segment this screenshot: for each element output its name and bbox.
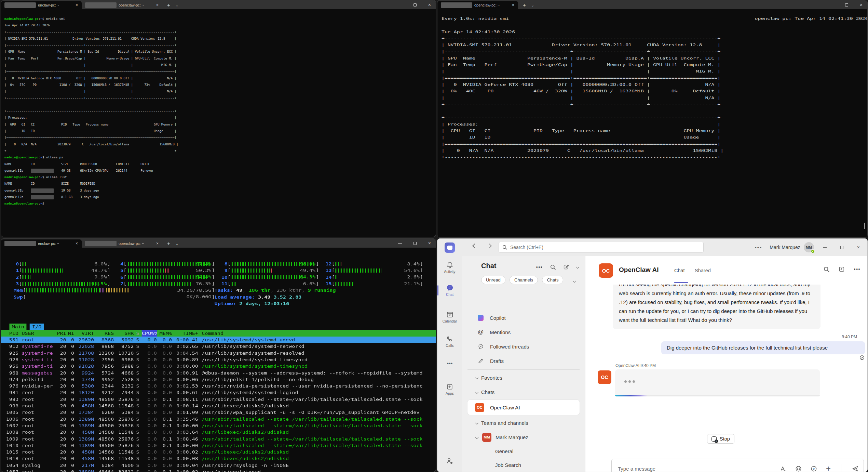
- nav-item-followed-threads[interactable]: Followed threads: [462, 339, 585, 354]
- terminal-tabbar: enclaw-pc: ~ × openclaw-pc: ~ × + ⌄ ×: [1, 0, 436, 9]
- rail-item-activity[interactable]: Activity: [437, 261, 462, 274]
- format-icon[interactable]: [780, 466, 786, 472]
- send-icon[interactable]: [852, 465, 859, 472]
- minimize-icon[interactable]: [398, 243, 402, 244]
- tab-dropdown-icon[interactable]: ⌄: [176, 242, 178, 246]
- terminal-line: | GPU Name Persistence-M | Bus-Id Disp.A…: [442, 55, 868, 62]
- maximize-icon[interactable]: [413, 3, 417, 6]
- new-tab-button[interactable]: +: [167, 2, 170, 8]
- titlebar-more-icon[interactable]: •••: [755, 245, 762, 250]
- reply-meta: OpenClaw AI 9:40 PM: [615, 363, 867, 368]
- terminal-output[interactable]: madmin@openclaw-pc:~$ nvidia-smiTue Apr …: [1, 9, 436, 207]
- section-chats[interactable]: Chats: [462, 385, 585, 399]
- tab-chat[interactable]: Chat: [674, 268, 685, 273]
- close-tab-icon[interactable]: ×: [155, 241, 160, 246]
- stop-icon: ×: [711, 436, 717, 442]
- chat-icon: [446, 284, 454, 292]
- close-tab-icon[interactable]: ×: [74, 241, 79, 246]
- close-icon[interactable]: ×: [860, 3, 863, 6]
- new-tab-button[interactable]: +: [167, 240, 170, 246]
- terminal-line: | GPU GI CI PID Type Process name GPU Me…: [4, 121, 436, 128]
- minimize-icon[interactable]: [398, 5, 402, 5]
- team-mark-marquez[interactable]: MM Mark Marquez: [462, 430, 585, 444]
- new-chat-dropdown-icon[interactable]: [576, 265, 580, 269]
- channel-general[interactable]: General: [462, 444, 585, 458]
- pill-chats[interactable]: Chats: [542, 276, 563, 284]
- pill-unread[interactable]: Unread: [481, 276, 505, 284]
- new-chat-icon[interactable]: [563, 264, 569, 270]
- tab-dropdown-icon[interactable]: ⌄: [531, 3, 534, 7]
- htop-output[interactable]: 0[6.0%]4[97.4%]8[98.0%]12[8.4%]1[48.7%]5…: [1, 248, 436, 472]
- pill-channels[interactable]: Channels: [510, 276, 538, 284]
- rail-more-icon[interactable]: •••: [437, 360, 462, 367]
- section-teams-and-channels[interactable]: Teams and channels: [462, 416, 585, 430]
- terminal-scrollbar[interactable]: [864, 223, 865, 229]
- close-icon[interactable]: ×: [428, 242, 431, 245]
- account-name: Mark Marquez: [770, 245, 800, 250]
- stop-button[interactable]: × Stop: [707, 434, 734, 444]
- terminal-tab-1[interactable]: openclaw-pc: ~ ×: [437, 1, 518, 9]
- redacted-tab-title: [4, 241, 36, 246]
- back-icon[interactable]: [472, 244, 477, 248]
- terminal-tab-1[interactable]: enclaw-pc: ~ ×: [1, 239, 82, 248]
- terminal-tab-1[interactable]: enclaw-pc: ~ ×: [1, 1, 82, 9]
- terminal-output[interactable]: Every 1.0s: nvidia-smiopenclaw-pc: Tue A…: [437, 9, 868, 161]
- terminal-tabbar: enclaw-pc: ~ × openclaw-pc: ~ × + ⌄ ×: [1, 239, 436, 248]
- conversation-more-icon[interactable]: •••: [854, 266, 860, 272]
- nav-item-copilot[interactable]: Copilot: [462, 315, 585, 325]
- rail-item-chat[interactable]: Chat: [437, 284, 462, 297]
- load-average: Load average: 3.49 3.52 2.83: [215, 294, 302, 300]
- chat-search-icon[interactable]: [550, 264, 556, 270]
- teams-titlebar: Search (Ctrl+E) ••• Mark Marquez MM ✓ ×: [437, 239, 867, 256]
- close-tab-icon[interactable]: ×: [74, 3, 79, 8]
- terminal-line: |=======================================…: [4, 134, 436, 141]
- copilot-icon: [478, 315, 484, 321]
- nav-item-mentions[interactable]: @ Mentions: [462, 325, 585, 339]
- chat-item-openclaw-ai[interactable]: OC OpenClaw AI: [467, 400, 580, 415]
- search-input[interactable]: Search (Ctrl+E): [499, 242, 704, 253]
- user-avatar[interactable]: MM ✓: [804, 242, 814, 252]
- terminal-line: | ID ID Usage |: [4, 128, 436, 134]
- conversation-search-icon[interactable]: [824, 266, 829, 272]
- rail-item-apps[interactable]: Apps: [437, 383, 462, 395]
- maximize-icon[interactable]: [845, 3, 848, 6]
- chat-more-icon[interactable]: •••: [536, 264, 543, 270]
- terminal-tab-2[interactable]: openclaw-pc: ~ ×: [82, 1, 162, 9]
- maximize-icon[interactable]: [840, 246, 843, 249]
- tab-dropdown-icon[interactable]: ⌄: [176, 3, 178, 7]
- message-composer[interactable]: Type a message p +: [611, 459, 864, 472]
- message-list[interactable]: I'm not seeing the specific changelog fo…: [585, 285, 867, 442]
- add-attachment-icon[interactable]: +: [826, 464, 831, 472]
- minimize-icon[interactable]: [823, 247, 827, 248]
- close-icon[interactable]: ×: [857, 246, 860, 249]
- bell-icon: [446, 261, 454, 269]
- cpu-meter-14: 14[2.6%]: [322, 274, 423, 280]
- nav-item-drafts[interactable]: Drafts: [462, 354, 585, 368]
- terminal-tab-2[interactable]: openclaw-pc: ~ ×: [82, 239, 162, 248]
- filters-dropdown-icon[interactable]: [573, 279, 576, 283]
- process-row: 925systemd-re200217081320010720S0.00.00:…: [1, 350, 436, 356]
- close-tab-icon[interactable]: ×: [155, 3, 160, 8]
- tab-shared[interactable]: Shared: [695, 268, 711, 273]
- rail-item-calendar[interactable]: Calendar: [437, 311, 462, 323]
- open-in-window-icon[interactable]: [839, 266, 845, 272]
- invite-people-icon[interactable]: [437, 457, 462, 466]
- presence-badge: ✓: [811, 249, 815, 253]
- svg-text:p: p: [813, 467, 815, 470]
- close-tab-icon[interactable]: ×: [511, 3, 515, 8]
- maximize-icon[interactable]: [413, 242, 417, 245]
- terminal-line: | 0 NVIDIA GeForce RTX 4080 Off | 000000…: [442, 81, 868, 88]
- rail-item-calls[interactable]: Calls: [437, 335, 462, 348]
- forward-icon[interactable]: [487, 244, 492, 248]
- emoji-icon[interactable]: [795, 466, 802, 472]
- loop-icon[interactable]: p: [811, 466, 817, 472]
- redacted-text: [31, 195, 53, 199]
- cpu-meter-12: 12[8.4%]: [322, 261, 423, 267]
- tab-title: openclaw-pc: ~: [474, 3, 508, 7]
- channel-job-search[interactable]: Job Search: [462, 458, 585, 472]
- drafts-pencil-icon: [478, 358, 484, 364]
- minimize-icon[interactable]: [830, 5, 833, 5]
- section-favorites[interactable]: Favorites: [462, 370, 585, 385]
- new-tab-button[interactable]: +: [523, 2, 526, 8]
- close-icon[interactable]: ×: [428, 3, 431, 6]
